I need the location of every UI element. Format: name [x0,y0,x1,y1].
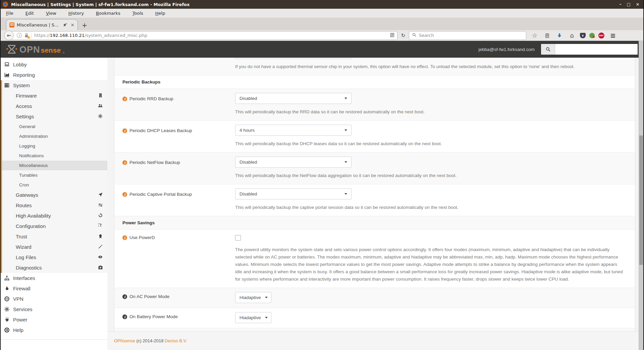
field-label: Periodic RRD Backup [129,96,173,101]
settings-form: If you do not have a supported thermal s… [114,58,635,350]
sidebar-item-notifications[interactable]: Notifications [2,151,107,161]
field-label: On Battery Power Mode [129,314,178,319]
insecure-lock-icon[interactable] [24,33,29,38]
sidebar-item-access[interactable]: Access [2,101,107,111]
sidebar-item-routes[interactable]: Routes [2,200,107,211]
info-icon[interactable] [122,160,127,165]
periodic-captive-portal-backup-select[interactable]: Disabled [235,188,352,199]
url-text[interactable]: https://192.168.110.21/system_advanced_m… [34,33,147,38]
app-search[interactable] [541,44,638,55]
bookmark-star-icon[interactable]: ☆ [530,32,539,39]
browser-search-field[interactable]: Search [409,31,526,40]
page-info-icon[interactable]: i [17,33,22,38]
menu-tools[interactable]: Tools [132,11,143,16]
sidebar-item-vpn[interactable]: VPN [1,294,107,304]
sidebar-item-miscellaneous[interactable]: Miscellaneous [2,161,107,170]
menu-history[interactable]: History [68,11,84,16]
info-icon[interactable] [122,192,127,197]
sidebar-item-administration[interactable]: Administration [2,131,107,141]
menu-view[interactable]: View [46,11,56,16]
deciso-footer-link[interactable]: Deciso B.V. [165,338,187,343]
sidebar-item-settings[interactable]: Settings [2,111,107,122]
periodic-captive-portal-backup-row: Periodic Captive Portal Backup Disabled … [114,184,635,216]
tab-muted-icon[interactable] [63,23,67,27]
sidebar-item-cron[interactable]: Cron [2,180,107,190]
on-ac-power-mode-select[interactable]: Hiadaptive [235,292,271,303]
privacy-badger-icon[interactable] [589,33,595,38]
sidebar-item-gateways[interactable]: Gateways [2,190,107,200]
tab-close-icon[interactable]: × [70,22,74,27]
hamburger-menu-icon[interactable]: ≡ [608,32,618,40]
info-icon[interactable] [122,128,127,133]
page-viewport: OPNsense® jebba@sf-fw1.forksand.com Lobb… [1,41,643,350]
firefox-icon [3,2,8,7]
reload-button[interactable]: ↻ [399,33,408,39]
on-battery-power-mode-row: On Battery Power Mode Hiadaptive [114,308,635,328]
new-tab-button[interactable]: + [82,21,87,29]
sidebar-item-lobby[interactable]: Lobby [1,59,107,70]
life-ring-icon [4,328,10,333]
minimize-button[interactable]: – [620,2,622,7]
server-stack-icon [4,83,10,88]
periodic-dhcp-leases-backup-select[interactable]: 4 hours [235,125,352,136]
chevron-down-icon [344,129,347,131]
home-icon[interactable]: ⌂ [568,32,576,39]
sidebar-item-tunables[interactable]: Tunables [2,170,107,180]
sidebar-item-wizard[interactable]: Wizard [2,242,107,252]
sidebar-item-reporting[interactable]: Reporting [1,70,107,80]
opnsense-hourglass-icon [6,44,17,54]
info-icon[interactable] [122,97,127,101]
periodic-netflow-backup-select[interactable]: Disabled [235,157,352,168]
chevron-down-icon [344,98,347,99]
on-battery-power-mode-select[interactable]: Hiadaptive [235,312,271,323]
field-help: The powerd utility monitors the system s… [235,246,623,283]
brand-opn: OPN [19,45,40,54]
reader-mode-icon[interactable] [390,33,394,38]
sidebar-divider [1,339,107,340]
menu-edit[interactable]: Edit [25,11,34,16]
adblock-plus-icon[interactable]: ABP [598,33,604,39]
app-search-button[interactable] [541,44,555,55]
sidebar-item-firewall[interactable]: Firewall [1,283,107,294]
opnsense-footer-link[interactable]: OPNsense [114,338,135,343]
info-icon[interactable] [122,314,127,319]
menu-bookmarks[interactable]: Bookmarks [96,11,120,16]
download-icon[interactable] [555,33,564,38]
search-placeholder: Search [419,33,434,38]
section-header-row: Power Savings [114,216,635,230]
thermal-sensor-select-partial[interactable] [235,58,352,59]
clipboard-icon[interactable] [543,33,551,38]
maximize-button[interactable]: □ [627,2,631,7]
sidebar-item-log-files[interactable]: Log Files [2,252,107,262]
sidebar-item-trust[interactable]: Trust [2,231,107,242]
info-icon[interactable] [122,294,127,299]
url-bar[interactable]: i https://192.168.110.21/system_advanced… [9,31,397,40]
info-icon[interactable] [122,235,127,240]
app-search-input[interactable] [555,44,638,55]
sidebar-item-diagnostics[interactable]: Diagnostics [2,262,107,273]
sidebar-item-interfaces[interactable]: Interfaces [1,273,107,283]
sidebar-group-system: System Firmware Access Settings Genera [1,80,107,273]
page-scrollbar[interactable] [639,41,643,350]
opnsense-logo[interactable]: OPNsense® [6,44,65,54]
sidebar-item-configuration[interactable]: Configuration [2,221,107,231]
pocket-icon[interactable]: ∨ [580,33,586,38]
menu-help[interactable]: Help [155,11,165,16]
sidebar-item-logging[interactable]: Logging [2,141,107,151]
menu-file[interactable]: File [6,11,13,16]
sidebar-item-power[interactable]: Power [1,314,107,325]
sidebar-item-system[interactable]: System [2,80,107,91]
sidebar-item-services[interactable]: Services [1,304,107,314]
sidebar-item-general[interactable]: General [2,122,107,131]
sidebar-item-firmware[interactable]: Firmware [2,91,107,101]
sidebar-item-help[interactable]: Help [1,325,107,335]
field-help: This will periodically backup the captiv… [235,204,623,211]
field-help: This will periodically backup the DHCP l… [235,140,623,148]
periodic-rrd-backup-select[interactable]: Disabled [235,93,352,104]
sidebar-item-high-availability[interactable]: High Availability [2,211,107,221]
scrollbar-thumb[interactable] [639,135,643,265]
close-button[interactable]: × [636,2,639,7]
back-button[interactable]: ← [4,31,14,40]
use-powerd-checkbox[interactable] [235,235,241,241]
tab-miscellaneous[interactable]: Miscellaneous | S... × [6,19,78,30]
